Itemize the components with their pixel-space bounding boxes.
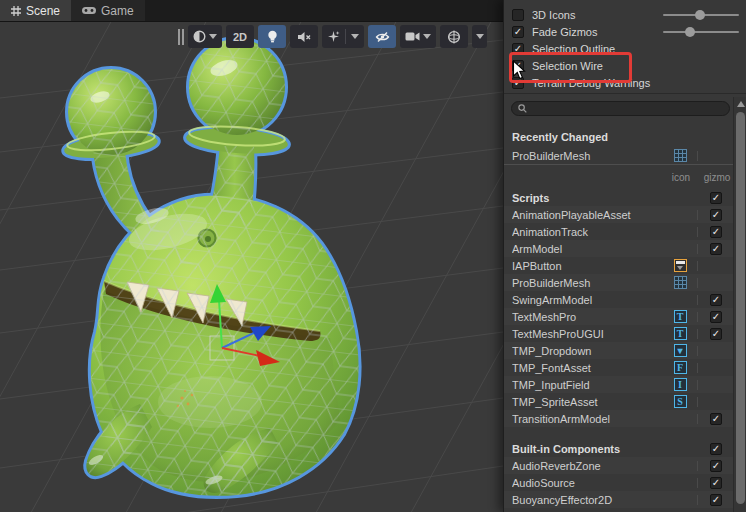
eye-slash-icon — [375, 31, 390, 43]
column-divider — [697, 210, 698, 220]
gizmo-option-row[interactable]: ✓Selection Outline — [504, 40, 746, 57]
component-row-label: TextMeshProUGUI — [512, 328, 671, 340]
option-checkbox[interactable]: ✓ — [512, 60, 524, 72]
section-header[interactable]: Built-in Components✓ — [504, 440, 746, 457]
component-row[interactable]: TMP_Dropdown▾ — [504, 342, 746, 359]
icon-cell — [671, 259, 689, 272]
scrollbar-thumb[interactable] — [736, 112, 745, 504]
slider-thumb[interactable] — [695, 10, 705, 20]
component-row-label: ProBuilderMesh — [512, 150, 671, 162]
gizmo-checkbox[interactable]: ✓ — [710, 460, 722, 472]
gizmo-cell: ✓ — [707, 311, 725, 323]
gizmos-dropdown-button[interactable] — [472, 25, 487, 48]
option-checkbox[interactable]: ✓ — [512, 77, 524, 89]
component-row[interactable]: AnimationPlayableAsset✓ — [504, 206, 746, 223]
gizmo-checkbox[interactable]: ✓ — [710, 243, 722, 255]
column-divider — [697, 346, 698, 356]
gizmo-checkbox[interactable]: ✓ — [710, 477, 722, 489]
gizmo-option-row[interactable]: ✓Terrain Debug Warnings — [504, 74, 746, 91]
component-row[interactable]: BuoyancyEffector2D✓ — [504, 491, 746, 508]
audio-toggle-button[interactable] — [290, 25, 318, 48]
lighting-toggle-button[interactable] — [258, 25, 286, 48]
camera-menu-button[interactable] — [400, 25, 436, 48]
column-headers: icon gizmo — [504, 172, 746, 185]
gizmo-cell: ✓ — [707, 294, 725, 306]
gizmos-menu-button[interactable] — [440, 25, 468, 48]
probuilder-mesh-icon[interactable] — [674, 276, 687, 289]
component-row[interactable]: TMP_SpriteAssetS — [504, 393, 746, 410]
gizmo-checkbox[interactable]: ✓ — [710, 328, 722, 340]
search-input[interactable] — [531, 102, 723, 115]
icon-column-header: icon — [665, 172, 697, 183]
gizmo-checkbox[interactable]: ✓ — [710, 294, 722, 306]
gizmo-checkbox[interactable]: ✓ — [710, 311, 722, 323]
tmp-fontasset-icon[interactable]: F — [674, 361, 687, 374]
gizmo-checkbox[interactable]: ✓ — [710, 494, 722, 506]
chevron-down-icon[interactable] — [351, 34, 359, 39]
gizmo-option-row[interactable]: ✓Selection Wire — [504, 57, 746, 74]
component-row[interactable]: SwingArmModel✓ — [504, 291, 746, 308]
option-checkbox[interactable] — [512, 9, 524, 21]
component-row-label: IAPButton — [512, 260, 671, 272]
scene-viewport[interactable] — [0, 21, 503, 512]
icon-cell: T — [671, 310, 689, 323]
component-row-label: TMP_InputField — [512, 379, 671, 391]
gizmo-option-row[interactable]: 3D Icons — [504, 6, 746, 23]
2d-label: 2D — [233, 31, 247, 43]
panel-scrollbar[interactable] — [733, 97, 746, 512]
light-bulb-icon — [267, 30, 278, 44]
option-slider[interactable] — [663, 14, 739, 16]
tmp-dropdown-icon[interactable]: ▾ — [674, 344, 687, 357]
gizmo-checkbox[interactable]: ✓ — [710, 226, 722, 238]
option-label: Fade Gizmos — [532, 26, 597, 38]
section-gizmo-checkbox[interactable]: ✓ — [710, 192, 722, 204]
tab-game[interactable]: Game — [71, 0, 145, 21]
section-title: Scripts — [512, 192, 671, 204]
search-icon — [518, 104, 527, 113]
iap-button-icon[interactable] — [674, 259, 687, 272]
component-row[interactable]: AudioSource✓ — [504, 474, 746, 491]
component-row-label: ArmModel — [512, 243, 671, 255]
hidden-objects-toggle-button[interactable] — [368, 25, 396, 48]
component-row[interactable]: ProBuilderMesh — [504, 274, 746, 291]
component-row[interactable]: TMP_FontAssetF — [504, 359, 746, 376]
component-row-label: TMP_FontAsset — [512, 362, 671, 374]
gizmo-cell: ✓ — [707, 443, 725, 455]
tmp-spriteasset-icon[interactable]: S — [674, 395, 687, 408]
slider-thumb[interactable] — [685, 27, 695, 37]
option-checkbox[interactable]: ✓ — [512, 26, 524, 38]
component-row[interactable]: TransitionArmModel✓ — [504, 410, 746, 427]
gizmo-cell: ✓ — [707, 209, 725, 221]
probuilder-mesh-icon[interactable] — [674, 149, 687, 162]
component-row[interactable]: AudioReverbZone✓ — [504, 457, 746, 474]
gizmo-checkbox[interactable]: ✓ — [710, 209, 722, 221]
textmeshpro-icon[interactable]: T — [674, 310, 687, 323]
chevron-down-icon — [476, 34, 484, 39]
component-row-label: AudioReverbZone — [512, 460, 671, 472]
component-row[interactable]: TextMeshProT✓ — [504, 308, 746, 325]
effects-menu-button[interactable] — [322, 25, 364, 48]
option-slider[interactable] — [663, 31, 739, 33]
shading-mode-button[interactable] — [188, 25, 222, 48]
component-row[interactable]: ArmModel✓ — [504, 240, 746, 257]
component-row[interactable]: IAPButton — [504, 257, 746, 274]
gizmos-dropdown-panel: 3D Icons✓Fade Gizmos✓Selection Outline✓S… — [503, 0, 746, 512]
toolbar-drag-handle[interactable] — [178, 29, 184, 45]
tmp-inputfield-icon[interactable]: I — [674, 378, 687, 391]
tab-scene[interactable]: Scene — [0, 0, 71, 21]
gizmo-checkbox[interactable]: ✓ — [710, 413, 722, 425]
section-gizmo-checkbox[interactable]: ✓ — [710, 443, 722, 455]
2d-toggle-button[interactable]: 2D — [226, 25, 254, 48]
textmeshpro-ugui-icon[interactable]: T — [674, 327, 687, 340]
section-header[interactable]: Scripts✓ — [504, 189, 746, 206]
scroll-up-arrow-icon[interactable] — [737, 101, 745, 107]
option-checkbox[interactable]: ✓ — [512, 43, 524, 55]
section: Built-in Components✓AudioReverbZone✓Audi… — [504, 440, 746, 508]
gizmo-option-row[interactable]: ✓Fade Gizmos — [504, 23, 746, 40]
component-row[interactable]: ProBuilderMesh — [504, 147, 746, 165]
component-row[interactable]: TextMeshProUGUIT✓ — [504, 325, 746, 342]
component-row-label: TextMeshPro — [512, 311, 671, 323]
search-field[interactable] — [511, 101, 730, 116]
component-row[interactable]: TMP_InputFieldI — [504, 376, 746, 393]
component-row[interactable]: AnimationTrack✓ — [504, 223, 746, 240]
